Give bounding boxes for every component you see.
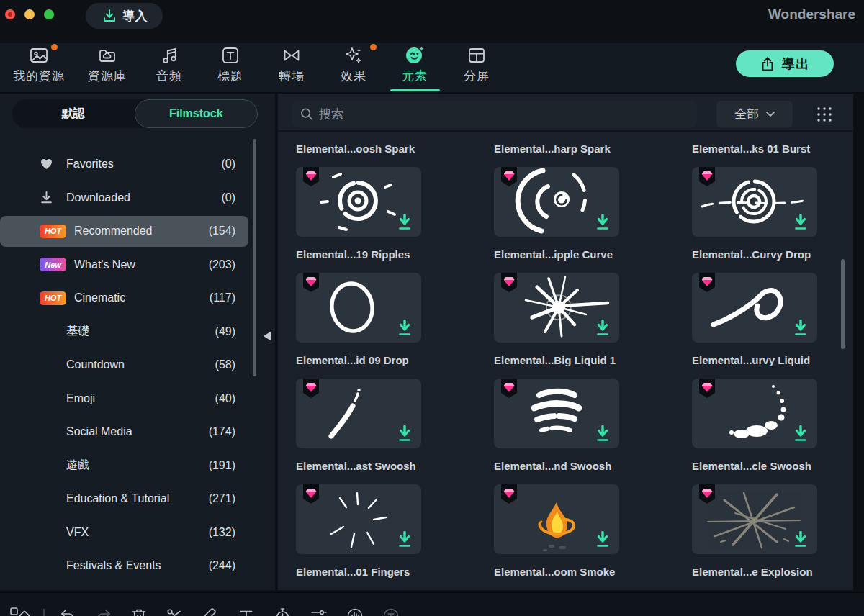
search-input[interactable] xyxy=(319,107,688,122)
tab-split-screen[interactable]: 分屏 xyxy=(442,45,511,84)
sidebar-item-label: Countdown xyxy=(66,358,215,371)
sidebar-item-label: Emoji xyxy=(66,392,215,405)
sidebar-item-festivals[interactable]: Festivals & Events (244) xyxy=(0,549,275,583)
active-tab-underline xyxy=(390,89,440,91)
sidebar-item-favorites[interactable]: Favorites (0) xyxy=(0,148,275,181)
sidebar-item-social-media[interactable]: Social Media (174) xyxy=(0,415,275,449)
text-tool-icon[interactable] xyxy=(238,607,254,616)
sidebar-item-gaming[interactable]: 遊戲 (191) xyxy=(0,449,275,483)
grid-view-button[interactable] xyxy=(814,104,834,124)
sidebar-item-countdown[interactable]: Countdown (58) xyxy=(0,348,275,382)
element-label: Elemental...ks 01 Burst xyxy=(692,142,817,155)
sidebar-item-education[interactable]: Education & Tutorial (271) xyxy=(0,482,275,516)
download-element-icon[interactable] xyxy=(793,425,808,442)
element-item[interactable]: Elemental...Curvy Drop xyxy=(692,167,817,261)
download-element-icon[interactable] xyxy=(595,531,610,548)
sidebar-item-downloaded[interactable]: Downloaded (0) xyxy=(0,181,275,215)
elements-icon xyxy=(405,45,425,65)
import-label: 導入 xyxy=(123,8,148,24)
import-button[interactable]: 導入 xyxy=(86,3,163,29)
download-element-icon[interactable] xyxy=(397,425,412,442)
element-item[interactable]: Elemental...01 Fingers xyxy=(296,484,421,579)
elements-grid: Elemental...oosh Spark Elemental...harp … xyxy=(278,133,853,590)
window-zoom-button[interactable] xyxy=(44,9,54,19)
sidebar-item-label: Recommended xyxy=(74,225,209,237)
element-thumbnail[interactable] xyxy=(494,273,619,343)
download-element-icon[interactable] xyxy=(397,214,412,230)
download-element-icon[interactable] xyxy=(595,320,610,336)
undo-icon[interactable] xyxy=(59,607,76,616)
element-label: Elemental...harp Spark xyxy=(494,142,619,155)
download-element-icon[interactable] xyxy=(595,425,610,442)
download-element-icon[interactable] xyxy=(595,214,610,230)
tab-stock-library[interactable]: 資源庫 xyxy=(73,45,142,84)
sidebar-item-recommended[interactable]: HOT Recommended (154) xyxy=(0,214,275,248)
brand-title: Wondershare xyxy=(768,6,864,22)
element-thumbnail[interactable] xyxy=(494,379,619,448)
element-thumbnail[interactable] xyxy=(296,273,421,343)
element-thumbnail[interactable] xyxy=(494,484,619,554)
element-thumbnail[interactable] xyxy=(296,167,421,237)
element-item[interactable]: Elemental...ipple Curve xyxy=(494,167,619,261)
tab-transitions[interactable]: 轉場 xyxy=(257,45,326,84)
sidebar-item-count: (191) xyxy=(209,459,235,472)
tab-my-media[interactable]: 我的資源 xyxy=(4,45,73,84)
element-thumbnail[interactable] xyxy=(692,379,817,448)
sidebar-item-vfx[interactable]: VFX (132) xyxy=(0,516,275,550)
sidebar-item-count: (0) xyxy=(221,158,235,171)
redo-icon[interactable] xyxy=(95,607,112,616)
download-element-icon[interactable] xyxy=(397,531,412,548)
toolbar-divider xyxy=(43,609,45,616)
sidebar-item-whats-new[interactable]: New What's New (203) xyxy=(0,248,275,282)
element-thumbnail[interactable] xyxy=(692,273,817,343)
download-element-icon[interactable] xyxy=(397,320,412,336)
tab-effects[interactable]: 效果 xyxy=(319,45,388,84)
element-item[interactable]: Elemental...urvy Liquid xyxy=(692,273,817,367)
sidebar-item-label: VFX xyxy=(66,526,209,539)
adjust-sliders-icon[interactable] xyxy=(310,607,328,616)
element-item[interactable]: Elemental...oom Smoke xyxy=(494,484,619,579)
element-item[interactable]: Elemental...ast Swoosh xyxy=(296,379,421,473)
element-thumbnail[interactable] xyxy=(494,167,619,237)
element-item[interactable]: Elemental...Big Liquid 1 xyxy=(494,273,619,367)
download-element-icon[interactable] xyxy=(793,320,808,336)
sidebar-collapse-arrow[interactable] xyxy=(264,331,271,341)
window-close-button[interactable] xyxy=(5,9,15,19)
element-item[interactable]: Elemental...nd Swoosh xyxy=(494,379,619,473)
speed-timer-icon[interactable] xyxy=(274,607,291,616)
media-manager-icon[interactable] xyxy=(10,607,32,616)
element-item[interactable]: Elemental...19 Ripples xyxy=(296,167,421,261)
sidebar-item-cinematic[interactable]: HOT Cinematic (117) xyxy=(0,281,275,315)
sidebar-scrollbar[interactable] xyxy=(253,139,256,376)
element-thumbnail[interactable] xyxy=(296,484,421,554)
window-minimize-button[interactable] xyxy=(24,9,35,19)
content-scrollbar[interactable] xyxy=(841,259,845,349)
sidebar-item-basic[interactable]: 基礎 (49) xyxy=(0,315,275,349)
element-item[interactable]: Elemental...e Explosion xyxy=(692,484,817,579)
export-button[interactable]: 導出 xyxy=(736,50,834,77)
tab-elements[interactable]: 元素 xyxy=(380,45,449,84)
download-element-icon[interactable] xyxy=(793,531,808,548)
element-label: Elemental...ipple Curve xyxy=(494,248,619,261)
segment-filmstock[interactable]: Filmstock xyxy=(135,99,258,128)
tab-titles[interactable]: 標題 xyxy=(196,45,265,84)
marker-pen-icon[interactable] xyxy=(202,607,218,616)
download-element-icon[interactable] xyxy=(793,214,808,230)
sidebar-item-emoji[interactable]: Emoji (40) xyxy=(0,382,275,416)
chevron-down-icon xyxy=(766,112,775,117)
sidebar-item-count: (154) xyxy=(209,225,235,237)
segment-default[interactable]: 默認 xyxy=(12,99,135,128)
element-item[interactable]: Elemental...cle Swoosh xyxy=(692,379,817,473)
element-thumbnail[interactable] xyxy=(692,484,817,554)
element-item[interactable]: Elemental...id 09 Drop xyxy=(296,273,421,367)
tab-audio[interactable]: 音頻 xyxy=(135,45,204,84)
split-scissors-icon[interactable] xyxy=(166,607,182,616)
audio-meter-icon[interactable] xyxy=(346,607,364,616)
element-thumbnail[interactable] xyxy=(296,379,421,448)
element-thumbnail[interactable] xyxy=(692,167,817,237)
search-box[interactable] xyxy=(292,101,697,127)
delete-icon[interactable] xyxy=(131,607,147,616)
element-label: Elemental...urvy Liquid xyxy=(692,354,817,367)
filter-dropdown[interactable]: 全部 xyxy=(716,101,793,127)
text-to-speech-icon[interactable] xyxy=(382,607,400,616)
